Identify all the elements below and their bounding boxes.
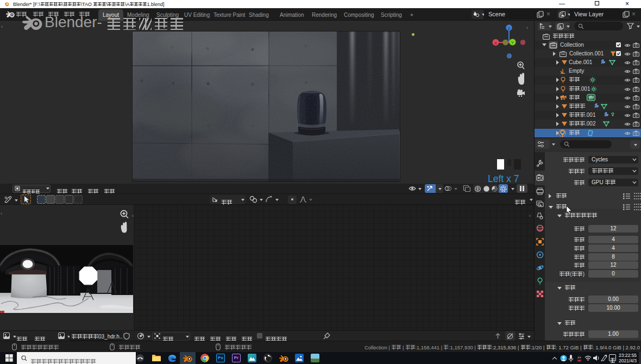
svg-text:X: X: [494, 41, 498, 46]
svg-text:Z: Z: [508, 26, 511, 31]
svg-text:Y: Y: [511, 40, 514, 45]
